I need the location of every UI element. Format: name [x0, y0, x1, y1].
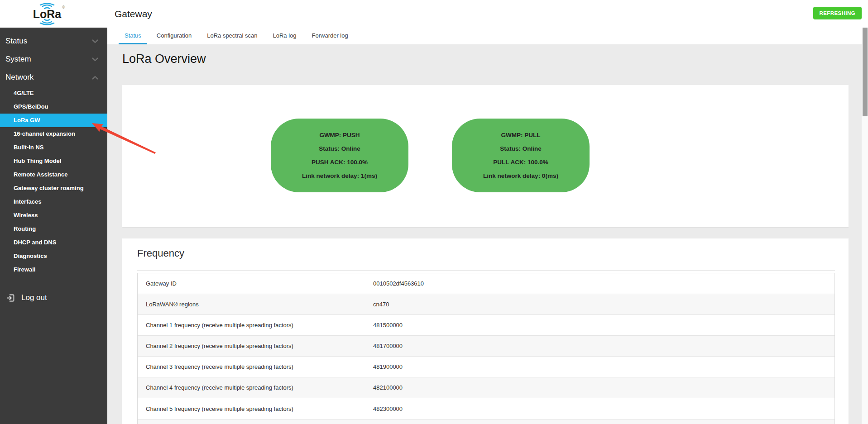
- table-row-value: cn470: [373, 301, 389, 308]
- table-row-value: 481700000: [373, 343, 403, 349]
- gateway-admin-page: LoRa ® Gateway REFRESHING Status System: [0, 0, 868, 424]
- status-card-line: GWMP: PULL: [501, 129, 541, 142]
- sidebar-subitem[interactable]: Gateway cluster roaming: [0, 181, 107, 195]
- logout-icon: [6, 293, 15, 303]
- status-card-line: Link network delay: 0(ms): [483, 169, 558, 183]
- sidebar-subitem[interactable]: Hub Thing Model: [0, 154, 107, 168]
- sidebar-subitem[interactable]: Wireless: [0, 209, 107, 222]
- refreshing-button[interactable]: REFRESHING: [813, 7, 862, 19]
- table-row-label: Channel 4 frequency (receive multiple sp…: [138, 384, 373, 391]
- sidebar-subitem[interactable]: GPS/BeiDou: [0, 100, 107, 114]
- sidebar-subitem[interactable]: DHCP and DNS: [0, 236, 107, 249]
- table-row-partial: [138, 419, 834, 424]
- table-row-value: 482100000: [373, 384, 403, 391]
- logo-text: LoRa: [33, 8, 62, 20]
- table-row-label: LoRaWAN® regions: [138, 301, 373, 308]
- sidebar-subitem[interactable]: Diagnostics: [0, 249, 107, 263]
- page-header-title: Gateway: [115, 0, 152, 28]
- table-row: Channel 1 frequency (receive multiple sp…: [138, 315, 834, 336]
- tab-bar: StatusConfigurationLoRa spectral scanLoR…: [107, 28, 868, 44]
- sidebar-subitem[interactable]: LoRa GW: [0, 114, 107, 127]
- registered-mark: ®: [62, 5, 65, 10]
- tab[interactable]: LoRa log: [267, 28, 302, 44]
- frequency-table: Gateway ID 0010502df4563610 LoRaWAN® reg…: [137, 273, 835, 424]
- sidebar-subitem[interactable]: Firewall: [0, 263, 107, 276]
- table-row: LoRaWAN® regions cn470: [138, 294, 834, 315]
- table-row: Channel 5 frequency (receive multiple sp…: [138, 398, 834, 419]
- main-content: StatusConfigurationLoRa spectral scanLoR…: [107, 28, 868, 424]
- chevron-up-icon: [92, 76, 98, 80]
- scrollbar-thumb[interactable]: [863, 28, 868, 116]
- tab[interactable]: LoRa spectral scan: [201, 28, 263, 44]
- status-card-line: Status: Online: [500, 142, 542, 156]
- tab[interactable]: Status: [119, 28, 147, 44]
- table-row-label: Channel 2 frequency (receive multiple sp…: [138, 343, 373, 349]
- logout-button[interactable]: Log out: [0, 290, 107, 305]
- status-card-line: PULL ACK: 100.0%: [493, 156, 548, 169]
- table-row-label: Gateway ID: [138, 280, 373, 287]
- table-row-label: Channel 3 frequency (receive multiple sp…: [138, 363, 373, 370]
- sidebar-subitem[interactable]: Interfaces: [0, 195, 107, 209]
- table-row: Channel 4 frequency (receive multiple sp…: [138, 377, 834, 398]
- table-row: Gateway ID 0010502df4563610: [138, 273, 834, 294]
- header: LoRa ® Gateway REFRESHING: [0, 0, 868, 28]
- sidebar-section-label: System: [5, 55, 31, 63]
- status-card-line: PUSH ACK: 100.0%: [312, 156, 368, 169]
- sidebar-section-label: Network: [5, 73, 34, 81]
- divider: [137, 270, 835, 271]
- sidebar: Status System Network 4G/LTEGPS/BeiDouLo…: [0, 28, 107, 424]
- sidebar-subitem[interactable]: Built-in NS: [0, 141, 107, 154]
- frequency-table-rows: Gateway ID 0010502df4563610 LoRaWAN® reg…: [138, 273, 834, 419]
- table-row-value: 481900000: [373, 363, 403, 370]
- sidebar-section-label: Status: [5, 37, 27, 45]
- sidebar-item-system[interactable]: System: [0, 50, 107, 68]
- sidebar-subitem[interactable]: Routing: [0, 222, 107, 236]
- status-card-line: GWMP: PUSH: [319, 129, 360, 142]
- network-submenu: 4G/LTEGPS/BeiDouLoRa GW16-channel expans…: [0, 86, 107, 276]
- sidebar-subitem[interactable]: Remote Assistance: [0, 168, 107, 181]
- table-row-value: 0010502df4563610: [373, 280, 424, 287]
- chevron-down-icon: [92, 57, 98, 62]
- tab[interactable]: Configuration: [151, 28, 197, 44]
- status-card-line: Link network delay: 1(ms): [302, 169, 377, 183]
- tab[interactable]: Forwarder log: [306, 28, 354, 44]
- lora-logo: LoRa ®: [25, 1, 69, 29]
- table-row: Channel 2 frequency (receive multiple sp…: [138, 336, 834, 357]
- lora-logo-graphic: LoRa ®: [25, 1, 69, 27]
- table-row: Channel 3 frequency (receive multiple sp…: [138, 357, 834, 377]
- gwmp-push-status-card: GWMP: PUSHStatus: OnlinePUSH ACK: 100.0%…: [271, 119, 408, 192]
- sidebar-subitem[interactable]: 4G/LTE: [0, 86, 107, 100]
- table-row-value: 481500000: [373, 322, 403, 329]
- page-title: LoRa Overview: [122, 52, 206, 66]
- table-row-label: Channel 1 frequency (receive multiple sp…: [138, 322, 373, 329]
- sidebar-item-status[interactable]: Status: [0, 32, 107, 50]
- frequency-section-title: Frequency: [137, 248, 184, 259]
- sidebar-subitem[interactable]: 16-channel expansion: [0, 127, 107, 141]
- chevron-down-icon: [92, 39, 98, 43]
- sidebar-item-network[interactable]: Network: [0, 68, 107, 86]
- scrollbar-track[interactable]: [862, 28, 868, 424]
- overview-panel: GWMP: PUSHStatus: OnlinePUSH ACK: 100.0%…: [122, 85, 849, 227]
- gwmp-pull-status-card: GWMP: PULLStatus: OnlinePULL ACK: 100.0%…: [452, 119, 590, 192]
- frequency-panel: Frequency Gateway ID 0010502df4563610 Lo…: [122, 238, 849, 424]
- status-card-line: Status: Online: [319, 142, 360, 156]
- table-row-label: Channel 5 frequency (receive multiple sp…: [138, 405, 373, 412]
- table-row-value: 482300000: [373, 405, 403, 412]
- logout-label: Log out: [21, 293, 47, 302]
- sidebar-sections: Status System Network: [0, 28, 107, 86]
